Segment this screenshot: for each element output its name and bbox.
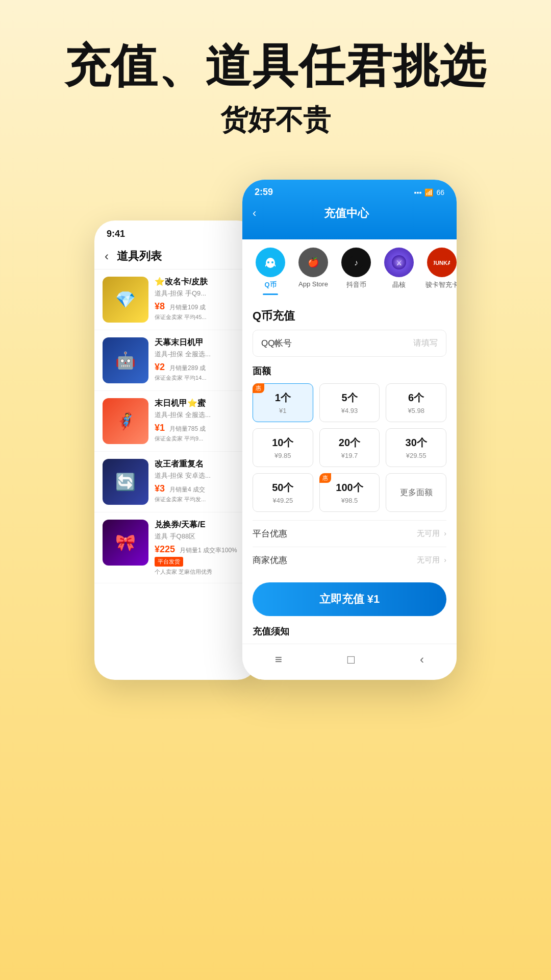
item-name: 天幕末日机甲: [155, 337, 249, 348]
left-time: 9:41: [107, 229, 125, 239]
denomination-grid: 惠 1个 ¥1 5个 ¥4.93 6个 ¥5.98 10个 ¥9.85: [253, 383, 446, 512]
denom-qty: 6个: [391, 391, 441, 405]
item-image: 🔄: [103, 459, 148, 505]
item-name: 末日机甲⭐蜜: [155, 398, 249, 409]
left-header: ‹ 道具列表: [94, 243, 258, 270]
item-guarantee: 保证金卖家 平均14...: [155, 374, 249, 382]
category-junka[interactable]: JUNKA 骏卡智充卡: [424, 248, 457, 295]
denom-tag: 惠: [319, 473, 331, 483]
jinghe-icon: ⚔: [384, 248, 414, 277]
platform-discount-label: 平台优惠: [253, 528, 287, 540]
denom-price: ¥9.85: [258, 452, 308, 459]
qq-account-row[interactable]: QQ帐号 请填写: [253, 330, 446, 357]
appstore-label: App Store: [298, 280, 328, 288]
item-guarantee: 保证金卖家 平均45...: [155, 313, 249, 321]
denom-qty: 20个: [325, 436, 374, 450]
list-item[interactable]: 🤖 天幕末日机甲 道具-担保 全服选... ¥2 月销量289 成 保证金卖家 …: [94, 330, 258, 391]
denom-30[interactable]: 30个 ¥29.55: [386, 428, 446, 467]
notice-title: 充值须知: [253, 625, 446, 644]
category-jinghe[interactable]: ⚔ 晶核: [381, 248, 417, 295]
svg-text:⚔: ⚔: [396, 259, 403, 267]
item-image: 💎: [103, 277, 148, 323]
bottom-nav: ≡ □ ‹: [242, 644, 457, 677]
item-desc: 道具-担保 手Q9...: [155, 289, 249, 298]
denom-qty: 100个: [325, 481, 374, 495]
list-item[interactable]: 🔄 改王者重复名 道具-担保 安卓选... ¥3 月销量4 成交 保证金卖家 平…: [94, 452, 258, 512]
hero-section: 充值、道具任君挑选 货好不贵: [0, 0, 551, 159]
item-price: ¥225 月销量1 成交率100%: [155, 544, 249, 555]
item-image: 🎀: [103, 520, 148, 566]
list-item[interactable]: 🦸 末日机甲⭐蜜 道具-担保 全服选... ¥1 月销量785 成 保证金卖家 …: [94, 391, 258, 452]
item-desc: 道具-担保 全服选...: [155, 350, 249, 359]
right-status-bar: 2:59 ▪▪▪ 📶 66: [242, 180, 457, 202]
left-phone: 9:41 ‹ 道具列表 💎 ⭐改名卡/皮肤 道具-担保 手Q9... ¥8 月销…: [94, 220, 258, 680]
category-strip: Q币 🍎 App Store ♪: [242, 239, 457, 299]
denom-qty: 5个: [325, 391, 374, 405]
denom-1[interactable]: 惠 1个 ¥1: [253, 383, 313, 422]
svg-point-2: [271, 261, 273, 263]
left-status-bar: 9:41: [94, 220, 258, 243]
denom-6[interactable]: 6个 ¥5.98: [386, 383, 446, 422]
left-item-list: 💎 ⭐改名卡/皮肤 道具-担保 手Q9... ¥8 月销量109 成 保证金卖家…: [94, 270, 258, 583]
douyin-label: 抖音币: [346, 280, 366, 289]
list-item[interactable]: 💎 ⭐改名卡/皮肤 道具-担保 手Q9... ¥8 月销量109 成 保证金卖家…: [94, 270, 258, 330]
qq-account-label: QQ帐号: [261, 337, 413, 349]
item-image: 🦸: [103, 398, 148, 444]
category-douyin[interactable]: ♪ 抖音币: [338, 248, 374, 295]
hero-title: 充值、道具任君挑选: [20, 41, 531, 91]
platform-tag: 平台发货: [155, 557, 183, 567]
right-back-button[interactable]: ‹: [253, 207, 256, 220]
denom-qty: 1个: [258, 391, 308, 405]
appstore-icon: 🍎: [298, 248, 328, 277]
denom-qty: 10个: [258, 436, 308, 450]
denom-10[interactable]: 10个 ¥9.85: [253, 428, 313, 467]
merchant-discount-row[interactable]: 商家优惠 无可用 ›: [253, 547, 446, 573]
item-image: 🤖: [103, 337, 148, 383]
recharge-section-title: Q币充值: [253, 299, 446, 330]
menu-icon[interactable]: ≡: [275, 652, 282, 667]
item-extra: 个人卖家 芝麻信用优秀: [155, 568, 249, 576]
svg-text:JUNKA: JUNKA: [434, 260, 450, 266]
denom-qty: 30个: [391, 436, 441, 450]
denom-20[interactable]: 20个 ¥19.7: [319, 428, 380, 467]
denom-50[interactable]: 50个 ¥49.25: [253, 473, 313, 512]
item-price: ¥2 月销量289 成: [155, 362, 249, 373]
denom-price: ¥19.7: [325, 452, 374, 459]
platform-discount-row[interactable]: 平台优惠 无可用 ›: [253, 520, 446, 547]
home-icon[interactable]: □: [347, 652, 355, 667]
item-price: ¥8 月销量109 成: [155, 301, 249, 312]
svg-point-0: [266, 258, 275, 268]
battery-icon: 66: [436, 188, 444, 197]
denom-price: ¥5.98: [391, 407, 441, 414]
category-qq[interactable]: Q币: [253, 248, 288, 295]
denom-price: ¥49.25: [258, 497, 308, 504]
item-name: 兑换券/天幕/E: [155, 520, 249, 530]
denom-more[interactable]: 更多面额: [386, 473, 446, 512]
svg-point-1: [267, 261, 269, 263]
right-phone-top: 2:59 ▪▪▪ 📶 66 ‹ 充值中心: [242, 180, 457, 239]
category-appstore[interactable]: 🍎 App Store: [295, 248, 331, 295]
item-name: ⭐改名卡/皮肤: [155, 277, 249, 287]
recharge-body: Q币充值 QQ帐号 请填写 面额 惠 1个 ¥1 5个 ¥4.93 6个: [242, 299, 457, 644]
item-guarantee: 保证金卖家 平均9...: [155, 435, 249, 443]
right-page-title: 充值中心: [266, 206, 426, 221]
signal-icon: ▪▪▪: [414, 188, 422, 197]
denom-5[interactable]: 5个 ¥4.93: [319, 383, 380, 422]
right-header: ‹ 充值中心: [242, 202, 457, 229]
more-label: 更多面额: [400, 487, 433, 498]
charge-button[interactable]: 立即充值 ¥1: [253, 582, 446, 616]
wifi-icon: 📶: [424, 188, 433, 197]
jinghe-label: 晶核: [392, 280, 406, 289]
list-item[interactable]: 🎀 兑换券/天幕/E 道具 手Q88区 ¥225 月销量1 成交率100% 平台…: [94, 512, 258, 583]
denom-price: ¥4.93: [325, 407, 374, 414]
qq-label: Q币: [264, 280, 276, 289]
left-back-button[interactable]: ‹: [105, 249, 109, 263]
item-guarantee: 保证金卖家 平均发...: [155, 496, 249, 503]
denom-100[interactable]: 惠 100个 ¥98.5: [319, 473, 380, 512]
chevron-right-icon: ›: [444, 556, 446, 564]
svg-text:♪: ♪: [354, 258, 358, 267]
left-page-title: 道具列表: [117, 249, 162, 264]
denom-price: ¥1: [258, 407, 308, 414]
back-nav-icon[interactable]: ‹: [420, 652, 424, 667]
svg-text:🍎: 🍎: [308, 257, 319, 268]
